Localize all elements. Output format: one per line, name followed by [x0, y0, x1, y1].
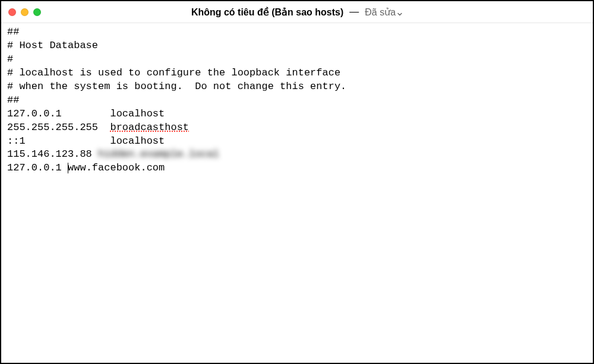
- host-name: localhost: [110, 108, 165, 119]
- window-title: Không có tiêu đề (Bản sao hosts): [191, 7, 343, 18]
- title-container: Không có tiêu đề (Bản sao hosts) — Đã sử…: [1, 7, 593, 18]
- editor-line: ##: [7, 26, 19, 37]
- host-name: broadcasthost: [110, 122, 189, 133]
- minimize-button[interactable]: [21, 8, 29, 16]
- text-editor[interactable]: ## # Host Database # # localhost is used…: [1, 23, 593, 363]
- chevron-down-icon: [397, 9, 403, 15]
- host-ip: 127.0.0.1: [7, 108, 62, 119]
- host-name: localhost: [110, 135, 165, 147]
- host-ip: 127.0.0.1: [7, 162, 62, 173]
- window-titlebar: Không có tiêu đề (Bản sao hosts) — Đã sử…: [1, 1, 593, 23]
- traffic-lights: [8, 8, 41, 16]
- editor-line: # Host Database: [7, 40, 98, 51]
- edited-status-dropdown[interactable]: Đã sửa: [365, 7, 403, 18]
- host-name: www.facebook.com: [68, 162, 165, 173]
- title-separator: —: [349, 7, 359, 17]
- editor-line: # localhost is used to configure the loo…: [7, 67, 340, 78]
- host-ip: ::1: [7, 135, 26, 147]
- maximize-button[interactable]: [33, 8, 41, 16]
- editor-line: #: [7, 53, 13, 65]
- host-name-blurred: hidden.example.local: [98, 148, 219, 160]
- close-button[interactable]: [8, 8, 16, 16]
- host-ip: 255.255.255.255: [7, 122, 98, 133]
- editor-line: ##: [7, 94, 19, 106]
- edited-status-label: Đã sửa: [365, 7, 396, 18]
- host-ip: 115.146.123.88: [7, 148, 92, 160]
- editor-line: # when the system is booting. Do not cha…: [7, 81, 346, 92]
